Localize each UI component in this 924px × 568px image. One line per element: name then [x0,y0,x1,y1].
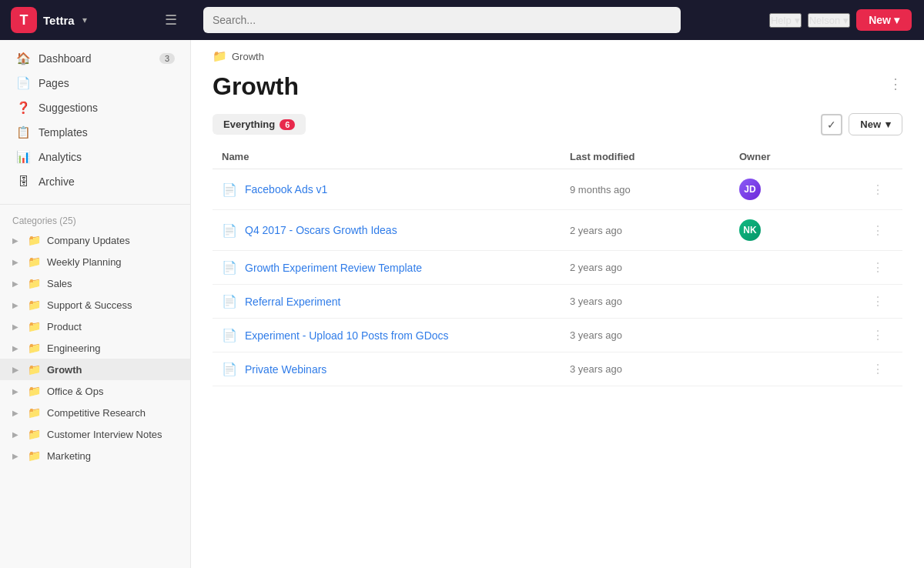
row-options-icon[interactable]: ⋮ [862,223,893,238]
doc-icon: 📄 [222,294,237,309]
table-row: 📄 Facebook Ads v1 9 months ago JD ⋮ [213,169,902,210]
doc-name-cell: 📄 Q4 2017 - Oscars Growth Ideas [222,223,570,238]
app-name-chevron-icon[interactable]: ▾ [82,15,87,25]
sidebar-item-weekly-planning[interactable]: ▶ 📁 Weekly Planning [0,251,190,272]
doc-modified-date: 3 years ago [570,296,739,307]
breadcrumb-folder-icon: 📁 [213,49,227,63]
sidebar-divider [0,204,190,205]
sidebar-item-marketing[interactable]: ▶ 📁 Marketing [0,445,190,466]
category-label: Office & Ops [47,386,178,397]
category-label: Sales [47,278,178,289]
row-options-icon[interactable]: ⋮ [862,362,893,376]
category-chevron-icon: ▶ [12,258,22,266]
doc-name-link[interactable]: Facebook Ads v1 [245,183,327,195]
search-input[interactable] [203,7,681,33]
doc-name-cell: 📄 Referral Experiment [222,294,570,309]
doc-modified-date: 2 years ago [570,262,739,273]
sidebar-item-support-success[interactable]: ▶ 📁 Support & Success [0,294,190,316]
row-options-icon[interactable]: ⋮ [862,260,893,275]
category-folder-icon: 📁 [28,299,41,311]
sidebar-item-archive[interactable]: 🗄 Archive [3,169,187,193]
doc-name-link[interactable]: Experiment - Upload 10 Posts from GDocs [245,329,449,342]
everything-filter-tab[interactable]: Everything 6 [213,114,306,135]
category-list: ▶ 📁 Company Updates ▶ 📁 Weekly Planning … [0,229,190,466]
category-folder-icon: 📁 [28,277,41,289]
category-folder-icon: 📁 [28,363,41,376]
table-header: Name Last modified Owner [213,145,902,169]
doc-modified-date: 3 years ago [570,363,739,375]
help-chevron-icon: ▾ [795,15,800,26]
category-folder-icon: 📁 [28,385,41,397]
category-label: Marketing [47,450,178,462]
category-chevron-icon: ▶ [12,430,22,439]
category-folder-icon: 📁 [28,406,41,419]
new-top-button[interactable]: New ▾ [856,9,912,31]
table-body: 📄 Facebook Ads v1 9 months ago JD ⋮ 📄 Q4… [213,169,902,386]
help-button[interactable]: Help ▾ [769,13,802,28]
sidebar-item-company-updates[interactable]: ▶ 📁 Company Updates [0,229,190,251]
app-name: Tettra [43,14,75,27]
row-options-icon[interactable]: ⋮ [862,182,893,197]
sidebar-item-pages[interactable]: 📄 Pages [3,71,187,95]
page-options-icon[interactable]: ⋮ [889,66,902,92]
sidebar-item-office-ops[interactable]: ▶ 📁 Office & Ops [0,380,190,402]
sidebar-item-engineering[interactable]: ▶ 📁 Engineering [0,337,190,359]
new-content-chevron-icon: ▾ [886,119,891,130]
sidebar-item-competitive-research[interactable]: ▶ 📁 Competitive Research [0,402,190,423]
dashboard-icon: 🏠 [15,52,31,65]
user-menu-button[interactable]: Nelson ▾ [808,13,850,28]
sidebar-item-customer-interview-notes[interactable]: ▶ 📁 Customer Interview Notes [0,423,190,445]
new-content-button[interactable]: New ▾ [849,113,902,135]
doc-name-cell: 📄 Private Webinars [222,362,570,376]
sidebar-item-growth[interactable]: ▶ 📁 Growth [0,359,190,380]
breadcrumb: 📁 Growth [191,40,924,63]
doc-name-link[interactable]: Referral Experiment [245,296,341,308]
category-folder-icon: 📁 [28,342,41,354]
sidebar-item-templates[interactable]: 📋 Templates [3,120,187,145]
table-row: 📄 Private Webinars 3 years ago ⋮ [213,352,902,386]
app-logo[interactable]: T [11,7,37,33]
sidebar-item-product[interactable]: ▶ 📁 Product [0,316,190,337]
toolbar-right: ✓ New ▾ [821,113,902,135]
doc-name-cell: 📄 Experiment - Upload 10 Posts from GDoc… [222,328,570,342]
page-title: Growth [213,66,299,113]
sidebar-item-analytics[interactable]: 📊 Analytics [3,145,187,169]
sidebar-item-suggestions[interactable]: ❓ Suggestions [3,95,187,120]
templates-icon: 📋 [15,125,31,139]
sidebar-item-sales[interactable]: ▶ 📁 Sales [0,272,190,294]
category-chevron-icon: ▶ [12,409,22,417]
doc-modified-date: 9 months ago [570,184,739,195]
doc-name-link[interactable]: Q4 2017 - Oscars Growth Ideas [245,224,397,236]
row-options-icon[interactable]: ⋮ [862,294,893,309]
owner-avatar: NK [739,219,761,241]
pages-icon: 📄 [15,76,31,90]
category-label: Customer Interview Notes [47,429,178,440]
table-row: 📄 Growth Experiment Review Template 2 ye… [213,251,902,285]
page-header: Growth ⋮ [191,63,924,113]
category-folder-icon: 📁 [28,234,41,246]
category-folder-icon: 📁 [28,428,41,440]
hamburger-icon[interactable]: ☰ [162,8,180,32]
doc-name-link[interactable]: Growth Experiment Review Template [245,262,422,274]
sidebar-item-dashboard[interactable]: 🏠 Dashboard 3 [3,46,187,71]
doc-icon: 📄 [222,182,237,197]
category-chevron-icon: ▶ [12,366,22,374]
category-label: Company Updates [47,235,178,246]
category-chevron-icon: ▶ [12,236,22,245]
doc-icon: 📄 [222,328,237,342]
archive-icon: 🗄 [15,175,31,188]
row-options-icon[interactable]: ⋮ [862,328,893,342]
doc-name-link[interactable]: Private Webinars [245,363,326,376]
col-header-modified: Last modified [570,151,739,162]
new-top-chevron-icon: ▾ [894,14,899,26]
table-row: 📄 Q4 2017 - Oscars Growth Ideas 2 years … [213,210,902,251]
doc-owner-cell: JD [739,179,862,200]
category-folder-icon: 📁 [28,449,41,462]
sidebar: 🏠 Dashboard 3 📄 Pages ❓ Suggestions 📋 Te… [0,0,191,568]
category-label: Product [47,321,178,332]
category-chevron-icon: ▶ [12,322,22,331]
doc-modified-date: 2 years ago [570,225,739,236]
category-chevron-icon: ▶ [12,279,22,288]
select-all-checkbox[interactable]: ✓ [821,114,842,135]
doc-name-cell: 📄 Facebook Ads v1 [222,182,570,197]
